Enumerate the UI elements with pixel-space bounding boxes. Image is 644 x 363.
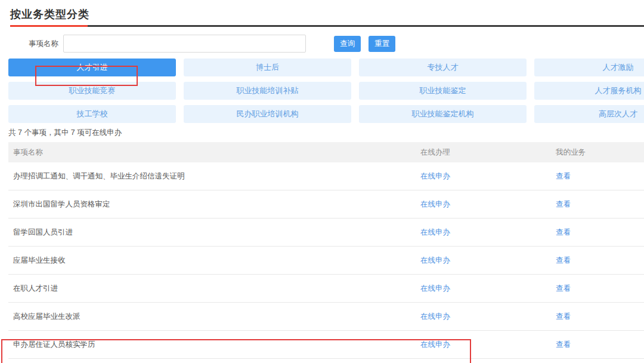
item-name: 高校应届毕业生改派 [8,312,417,322]
category-button[interactable]: 职业技能培训补贴 [184,82,351,100]
online-processing-cell: 在线申办 [417,312,555,322]
view-link[interactable]: 查看 [556,200,571,208]
online-processing-cell: 在线申办 [417,227,555,238]
table-row: 在职人才引进在线申办查看 [8,275,644,303]
online-apply-link[interactable]: 在线申办 [420,172,450,180]
table-row: 应届毕业生接收在线申办查看 [8,247,644,275]
item-name: 申办居住证人员核实学历 [8,340,417,350]
category-grid-clip: 人才引进博士后专技人才人才激励职业技能竞赛职业技能培训补贴职业技能鉴定人才服务机… [8,59,644,123]
item-name-label: 事项名称 [29,39,58,49]
my-business-cell: 查看 [555,199,644,210]
online-apply-link[interactable]: 在线申办 [420,312,450,321]
my-business-cell: 查看 [555,256,644,266]
result-count: 共 7 个事项，其中 7 项可在线申办 [8,128,644,137]
category-button[interactable]: 职业技能竞赛 [8,82,176,100]
table-body: 办理招调工通知、调干通知、毕业生介绍信遗失证明在线申办查看深圳市出国留学人员资格… [8,162,644,359]
online-apply-link[interactable]: 在线申办 [420,200,450,208]
item-name-input[interactable] [63,35,306,53]
view-link[interactable]: 查看 [556,340,571,349]
my-business-cell: 查看 [555,171,644,182]
item-name: 留学回国人员引进 [8,227,417,238]
online-apply-link[interactable]: 在线申办 [420,228,450,236]
online-apply-link[interactable]: 在线申办 [420,256,450,264]
query-button[interactable]: 查询 [334,36,361,52]
my-business-cell: 查看 [555,312,644,322]
search-bar: 事项名称 查询 重置 [0,35,644,53]
table-row: 深圳市出国留学人员资格审定在线申办查看 [8,190,644,219]
title-underline-red-segment [10,25,88,27]
online-processing-cell: 在线申办 [417,199,555,210]
view-link[interactable]: 查看 [556,256,571,264]
category-button[interactable]: 博士后 [184,59,351,76]
online-apply-link[interactable]: 在线申办 [420,284,450,293]
category-button[interactable]: 高层次人才 [534,105,644,123]
item-name: 在职人才引进 [8,284,417,294]
view-link[interactable]: 查看 [556,284,571,293]
online-processing-cell: 在线申办 [417,171,555,182]
item-name: 深圳市出国留学人员资格审定 [8,199,417,210]
online-processing-cell: 在线申办 [417,340,555,350]
view-link[interactable]: 查看 [556,228,571,236]
item-name: 应届毕业生接收 [8,256,417,266]
table-row: 高校应届毕业生改派在线申办查看 [8,303,644,331]
table-row: 留学回国人员引进在线申办查看 [8,219,644,247]
online-processing-cell: 在线申办 [417,256,555,266]
category-grid: 人才引进博士后专技人才人才激励职业技能竞赛职业技能培训补贴职业技能鉴定人才服务机… [8,59,644,123]
online-processing-cell: 在线申办 [417,284,555,294]
col-header-item-name: 事项名称 [8,147,417,158]
view-link[interactable]: 查看 [556,172,571,180]
view-link[interactable]: 查看 [556,312,571,321]
category-button[interactable]: 职业技能鉴定 [359,82,527,100]
category-button[interactable]: 技工学校 [8,105,176,123]
items-table: 事项名称 在线办理 我的业务 办理招调工通知、调干通知、毕业生介绍信遗失证明在线… [8,142,644,359]
category-button[interactable]: 人才服务机构 [534,82,644,100]
my-business-cell: 查看 [555,340,644,350]
title-underline [10,25,644,27]
table-row: 办理招调工通知、调干通知、毕业生介绍信遗失证明在线申办查看 [8,162,644,190]
reset-button[interactable]: 重置 [369,36,395,52]
table-header-row: 事项名称 在线办理 我的业务 [8,142,644,162]
business-type-page: 按业务类型分类 事项名称 查询 重置 人才引进博士后专技人才人才激励职业技能竞赛… [0,8,644,363]
category-button[interactable]: 职业技能鉴定机构 [359,105,527,123]
col-header-online-processing: 在线办理 [417,147,555,158]
my-business-cell: 查看 [555,284,644,294]
my-business-cell: 查看 [555,227,644,238]
online-apply-link[interactable]: 在线申办 [420,340,450,349]
col-header-my-business: 我的业务 [555,147,644,158]
page-title: 按业务类型分类 [10,8,644,21]
category-button[interactable]: 专技人才 [359,59,527,76]
item-name: 办理招调工通知、调干通知、毕业生介绍信遗失证明 [8,171,417,182]
category-button[interactable]: 民办职业培训机构 [184,105,351,123]
category-button[interactable]: 人才引进 [8,59,176,76]
category-button[interactable]: 人才激励 [534,59,644,76]
table-row: 申办居住证人员核实学历在线申办查看 [8,331,644,359]
